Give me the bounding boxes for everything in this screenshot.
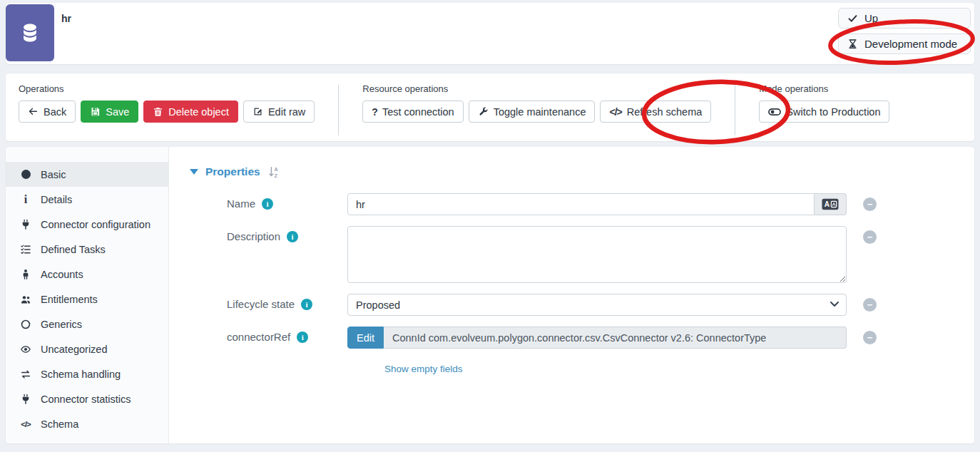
status-badges: Up Development mode <box>838 8 971 54</box>
field-label: connectorRef <box>227 331 290 343</box>
lifecycle-state-select[interactable]: Proposed <box>347 294 847 316</box>
wrench-icon <box>478 106 489 117</box>
sidebar-item-basic[interactable]: Basic <box>6 162 168 187</box>
toolbar-divider <box>338 85 339 135</box>
svg-text:Z: Z <box>274 173 277 178</box>
group-label: Operations <box>19 83 315 94</box>
connector-ref-edit-button[interactable]: Edit <box>347 327 384 349</box>
field-label: Name <box>227 197 255 210</box>
trash-icon <box>153 106 163 117</box>
status-badge-label: Up <box>864 12 878 24</box>
resource-operations-group: Resource operations ? Test connection To… <box>362 83 711 141</box>
save-button[interactable]: Save <box>81 101 138 123</box>
details-menu: Basic i Details Connector configuration … <box>6 147 169 443</box>
caret-down-icon[interactable] <box>190 169 198 175</box>
svg-text:A: A <box>274 166 277 173</box>
name-input[interactable] <box>347 193 815 215</box>
user-icon <box>19 269 33 280</box>
code-icon: </> <box>609 106 621 118</box>
remove-value-button[interactable]: − <box>863 298 877 312</box>
circle-filled-icon <box>19 170 33 179</box>
toggle-icon <box>768 108 781 116</box>
hourglass-icon <box>847 38 858 49</box>
test-connection-button[interactable]: ? Test connection <box>362 101 463 123</box>
refresh-schema-button[interactable]: </> Refresh schema <box>600 101 711 123</box>
check-icon <box>847 13 858 24</box>
details-panel: Basic i Details Connector configuration … <box>6 147 974 443</box>
remove-value-button[interactable]: − <box>863 230 877 244</box>
users-icon <box>19 294 33 305</box>
info-circle-icon[interactable]: i <box>262 198 273 210</box>
toggle-maintenance-button[interactable]: Toggle maintenance <box>469 101 596 123</box>
minus-circle-icon: − <box>867 333 873 342</box>
show-empty-fields-link[interactable]: Show empty fields <box>384 364 463 374</box>
tasks-icon <box>19 244 33 255</box>
database-icon <box>18 19 42 46</box>
switch-to-production-button[interactable]: Switch to Production <box>759 101 889 123</box>
field-row-description: Description i − <box>227 226 974 283</box>
minus-circle-icon: − <box>867 232 873 242</box>
info-circle-icon[interactable]: i <box>301 299 312 310</box>
field-label: Description <box>227 230 280 242</box>
field-row-lifecycle-state: Lifecycle state i Proposed − <box>227 294 974 316</box>
sidebar-item-connector-statistics[interactable]: Connector statistics <box>6 386 168 411</box>
mode-operations-group: Mode operations Switch to Production <box>759 83 889 141</box>
group-label: Mode operations <box>759 83 889 94</box>
properties-section-header: Properties A Z <box>190 165 974 178</box>
save-icon <box>90 106 101 117</box>
info-circle-icon[interactable]: i <box>287 231 298 242</box>
edit-icon <box>252 106 263 117</box>
status-badge-label: Development mode <box>864 38 957 50</box>
operations-toolbar: Operations Back Save <box>6 73 974 141</box>
sidebar-item-uncategorized[interactable]: Uncategorized <box>6 337 168 361</box>
plug-icon <box>19 394 33 405</box>
delete-object-button[interactable]: Delete object <box>143 101 238 123</box>
sidebar-item-schema-handling[interactable]: Schema handling <box>6 361 168 386</box>
info-icon: i <box>19 194 33 205</box>
sidebar-item-defined-tasks[interactable]: Defined Tasks <box>6 237 168 262</box>
minus-circle-icon: − <box>867 200 873 209</box>
properties-panel: Properties A Z Name i <box>169 147 974 443</box>
field-row-connector-ref: connectorRef i Edit ConnId com.evolveum.… <box>227 327 974 349</box>
sidebar-item-entitlements[interactable]: Entitlements <box>6 287 168 312</box>
status-badge-development-mode: Development mode <box>838 34 971 54</box>
svg-text:A: A <box>825 200 830 208</box>
page-title: hr <box>61 13 71 24</box>
exchange-icon <box>19 369 33 380</box>
plug-icon <box>19 219 33 230</box>
back-button[interactable]: Back <box>19 101 76 123</box>
status-badge-up: Up <box>838 8 971 29</box>
field-row-name: Name i A − <box>227 193 974 215</box>
resource-edit-page: hr Up Development mode Operations <box>0 0 980 452</box>
remove-value-button[interactable]: − <box>863 331 877 344</box>
circle-outline-icon <box>19 319 33 330</box>
language-icon: A <box>822 198 839 210</box>
info-circle-icon[interactable]: i <box>297 332 308 343</box>
code-icon: </> <box>19 420 33 428</box>
sidebar-item-generics[interactable]: Generics <box>6 312 168 337</box>
sort-alpha-icon[interactable]: A Z <box>267 165 280 178</box>
edit-raw-button[interactable]: Edit raw <box>243 101 315 123</box>
arrow-left-icon <box>28 106 39 117</box>
section-title: Properties <box>205 165 260 178</box>
eye-icon <box>19 344 33 355</box>
resource-icon-tile <box>6 4 54 61</box>
field-label: Lifecycle state <box>227 298 295 310</box>
object-summary-panel: hr Up Development mode <box>6 3 974 64</box>
sidebar-item-details[interactable]: i Details <box>6 187 168 212</box>
operations-group: Operations Back Save <box>19 83 315 141</box>
sidebar-item-accounts[interactable]: Accounts <box>6 262 168 287</box>
group-label: Resource operations <box>362 83 711 94</box>
description-textarea[interactable] <box>347 226 847 283</box>
sidebar-item-schema[interactable]: </> Schema <box>6 411 168 436</box>
connector-ref-value: ConnId com.evolveum.polygon.connector.cs… <box>384 327 847 349</box>
polystring-language-button[interactable]: A <box>815 193 847 215</box>
sidebar-item-connector-configuration[interactable]: Connector configuration <box>6 212 168 237</box>
remove-value-button[interactable]: − <box>863 197 877 211</box>
minus-circle-icon: − <box>867 300 873 309</box>
toolbar-divider <box>735 85 735 135</box>
question-icon: ? <box>372 106 377 118</box>
